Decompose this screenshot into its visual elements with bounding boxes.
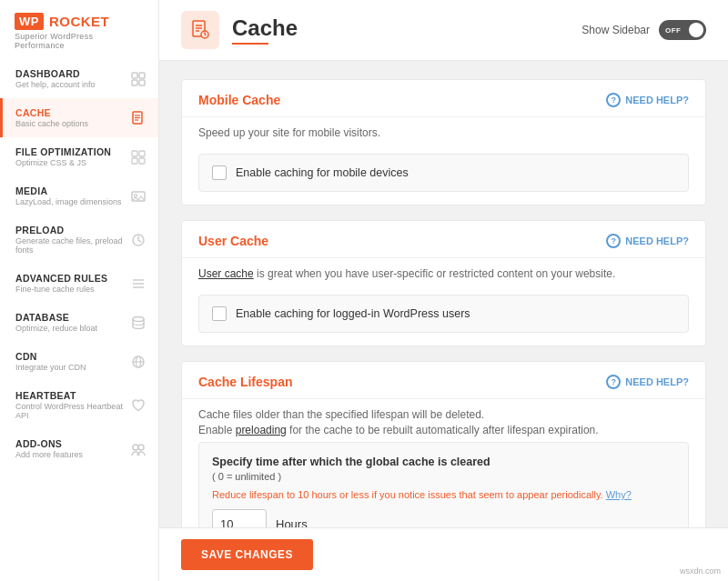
user-cache-header: User Cache ? NEED HELP? (182, 221, 705, 258)
sidebar-item-icon-preload (131, 233, 146, 247)
lifespan-inner-title: Specify time after which the global cach… (212, 456, 675, 468)
sidebar-item-desc-cdn: Integrate your CDN (15, 363, 126, 372)
user-cache-option-label: Enable caching for logged-in WordPress u… (236, 307, 470, 320)
lifespan-input-row: Hours (212, 509, 675, 527)
svg-rect-3 (139, 80, 145, 85)
lifespan-inner-sub: ( 0 = unlimited ) (212, 471, 675, 482)
sidebar-item-icon-add-ons (131, 442, 146, 456)
lifespan-warning: Reduce lifespan to 10 hours or less if y… (212, 489, 675, 500)
mobile-cache-title: Mobile Cache (198, 93, 280, 107)
sidebar-item-desc-database: Optimize, reduce bloat (15, 324, 126, 333)
lifespan-input[interactable] (212, 509, 267, 527)
sidebar-item-text-database: DATABASE Optimize, reduce bloat (15, 312, 126, 333)
save-changes-button[interactable]: SAVE CHANGES (181, 539, 313, 570)
lifespan-why-link[interactable]: Why? (606, 489, 632, 500)
top-bar: Cache Show Sidebar OFF (159, 0, 728, 61)
page-title-area: Cache (232, 15, 298, 45)
lifespan-desc-line1: Cache files older than the specified lif… (198, 408, 689, 421)
sidebar-item-text-add-ons: ADD-ONS Add more features (15, 438, 126, 459)
sidebar-item-desc-media: LazyLoad, image dimensions (15, 197, 126, 206)
main-content: Cache Show Sidebar OFF Mobile Cache ? (159, 0, 728, 581)
top-bar-right: Show Sidebar OFF (581, 20, 706, 40)
user-cache-help-label: NEED HELP? (625, 235, 689, 246)
toggle-text: OFF (665, 26, 682, 35)
cache-lifespan-card: Cache Lifespan ? NEED HELP? Cache files … (181, 361, 706, 527)
mobile-cache-need-help[interactable]: ? NEED HELP? (606, 93, 689, 107)
svg-rect-2 (132, 80, 137, 85)
sidebar-item-preload[interactable]: PRELOAD Generate cache files, preload fo… (0, 215, 158, 264)
help-circle-icon: ? (606, 93, 621, 107)
page-title-underline (232, 43, 268, 45)
watermark: wsxdn.com (680, 566, 721, 576)
cache-lifespan-header: Cache Lifespan ? NEED HELP? (182, 362, 705, 399)
cache-lifespan-title: Cache Lifespan (198, 375, 292, 389)
sidebar-item-title-preload: PRELOAD (15, 225, 126, 235)
sidebar-item-icon-dashboard (131, 72, 146, 86)
sidebar-item-cdn[interactable]: CDN Integrate your CDN (0, 342, 158, 381)
svg-rect-0 (132, 73, 137, 78)
mobile-cache-desc: Speed up your site for mobile visitors. (182, 117, 705, 148)
svg-point-22 (133, 445, 138, 450)
sidebar-item-media[interactable]: MEDIA LazyLoad, image dimensions (0, 176, 158, 215)
svg-point-18 (133, 316, 144, 321)
sidebar-item-desc-heartbeat: Control WordPress Heartbeat API (15, 402, 126, 420)
lifespan-desc: Cache files older than the specified lif… (182, 399, 705, 442)
user-cache-need-help[interactable]: ? NEED HELP? (606, 234, 689, 248)
sidebar-item-text-heartbeat: HEARTBEAT Control WordPress Heartbeat AP… (15, 390, 126, 420)
sidebar-item-file-optimization[interactable]: FILE OPTIMIZATION Optimize CSS & JS (0, 137, 158, 176)
lifespan-warning-text: Reduce lifespan to 10 hours or less if y… (212, 489, 603, 500)
cache-lifespan-need-help[interactable]: ? NEED HELP? (606, 375, 689, 389)
sidebar-item-title-file-optimization: FILE OPTIMIZATION (15, 146, 126, 157)
lifespan-help-icon: ? (606, 375, 621, 389)
user-cache-card: User Cache ? NEED HELP? User cache is gr… (181, 220, 706, 346)
svg-rect-1 (139, 73, 145, 78)
sidebar-item-heartbeat[interactable]: HEARTBEAT Control WordPress Heartbeat AP… (0, 381, 158, 429)
sidebar-toggle[interactable]: OFF (659, 20, 706, 40)
user-cache-option: Enable caching for logged-in WordPress u… (198, 295, 689, 333)
show-sidebar-label: Show Sidebar (581, 24, 650, 36)
user-cache-help-icon: ? (606, 234, 621, 248)
page-icon (181, 11, 219, 49)
sidebar-item-text-file-optimization: FILE OPTIMIZATION Optimize CSS & JS (15, 146, 126, 167)
mobile-cache-header: Mobile Cache ? NEED HELP? (182, 80, 705, 117)
content-scroll: Mobile Cache ? NEED HELP? Speed up your … (159, 61, 728, 527)
sidebar-item-title-advanced-rules: ADVANCED RULES (15, 273, 126, 284)
user-cache-checkbox[interactable] (212, 306, 227, 321)
svg-rect-10 (132, 158, 137, 164)
sidebar-item-text-dashboard: DASHBOARD Get help, account info (15, 68, 126, 89)
sidebar-item-desc-preload: Generate cache files, preload fonts (15, 236, 126, 255)
svg-rect-11 (139, 158, 145, 164)
sidebar-item-icon-file-optimization (131, 150, 146, 165)
mobile-cache-body: Enable caching for mobile devices (182, 154, 705, 205)
logo-area: WP ROCKET Superior WordPress Performance (0, 0, 158, 59)
sidebar-item-text-preload: PRELOAD Generate cache files, preload fo… (15, 225, 126, 255)
user-cache-body: Enable caching for logged-in WordPress u… (182, 295, 705, 346)
mobile-cache-option-label: Enable caching for mobile devices (236, 166, 409, 179)
sidebar-item-title-database: DATABASE (15, 312, 126, 323)
lifespan-desc-line2-prefix: Enable (198, 424, 236, 436)
user-cache-desc: User cache is great when you have user-s… (182, 258, 705, 289)
sidebar-item-text-advanced-rules: ADVANCED RULES Fine-tune cache rules (15, 273, 126, 294)
sidebar-item-desc-advanced-rules: Fine-tune cache rules (15, 285, 126, 294)
sidebar-item-title-cdn: CDN (15, 351, 126, 362)
sidebar-item-database[interactable]: DATABASE Optimize, reduce bloat (0, 303, 158, 342)
preloading-link[interactable]: preloading (236, 424, 287, 436)
sidebar-item-title-add-ons: ADD-ONS (15, 438, 126, 449)
svg-point-13 (135, 194, 137, 196)
sidebar-nav: DASHBOARD Get help, account info CACHE B… (0, 59, 158, 581)
lifespan-desc-line2: Enable preloading for the cache to be re… (198, 424, 689, 436)
sidebar-item-icon-heartbeat (131, 398, 146, 413)
user-cache-title: User Cache (198, 234, 268, 248)
mobile-cache-checkbox[interactable] (212, 165, 227, 180)
user-cache-link[interactable]: User cache (198, 267, 254, 280)
sidebar-item-cache[interactable]: CACHE Basic cache options (0, 98, 158, 137)
lifespan-inner: Specify time after which the global cach… (198, 442, 689, 527)
sidebar-item-desc-add-ons: Add more features (15, 450, 126, 459)
svg-line-30 (205, 35, 207, 35)
sidebar-item-advanced-rules[interactable]: ADVANCED RULES Fine-tune cache rules (0, 264, 158, 303)
svg-rect-9 (139, 151, 145, 156)
sidebar-item-dashboard[interactable]: DASHBOARD Get help, account info (0, 59, 158, 98)
sidebar-item-add-ons[interactable]: ADD-ONS Add more features (0, 429, 158, 468)
logo-wp: WP (15, 13, 44, 30)
sidebar-item-icon-cache (131, 111, 146, 125)
